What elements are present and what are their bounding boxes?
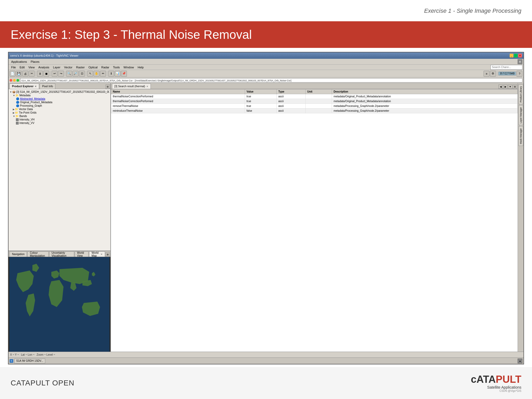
tree-original-label[interactable]: Original_Product_Metadata (20, 101, 52, 104)
minimize-button[interactable]: _ (510, 54, 513, 57)
tree-vector-label[interactable]: Vector Data (19, 108, 33, 111)
toolbar-btn-1[interactable]: 📄 (10, 71, 15, 77)
menu-raster[interactable]: Raster (74, 65, 86, 70)
tree-vector-expand[interactable]: ▶ (13, 108, 15, 111)
tree-bands: ▼ 📁 Bands (10, 114, 109, 118)
tree-intensity-vv-label[interactable]: Intensity_VV (19, 122, 34, 124)
search-options[interactable]: ⊞ (513, 85, 517, 89)
cell-desc-2: metadata/Original_Product_Metadata/annot… (332, 99, 517, 104)
menu-view[interactable]: View (27, 65, 36, 70)
menu-window[interactable]: Window (122, 65, 135, 70)
tree-metadata-expand[interactable]: ▼ (13, 94, 15, 97)
channel-search-input[interactable] (491, 65, 522, 70)
cell-value-2: true (245, 99, 276, 104)
menu-help[interactable]: Help (136, 65, 145, 70)
search-next[interactable]: ▶ (503, 85, 508, 89)
table-row[interactable]: thermalNoiseCorrectionPerformed true asc… (111, 99, 518, 104)
toolbar-zoom-out[interactable]: 🔎 (73, 71, 78, 77)
cell-type-2: ascii (277, 99, 306, 104)
toolbar-pin[interactable]: 📌 (121, 71, 127, 77)
file-menubar: File Edit View Analysis Layer Vector Ras… (9, 65, 523, 70)
tree-tiepoint-label[interactable]: Tie-Point Grids (19, 111, 36, 114)
tab-search-result[interactable]: [3] Search result (thermal) ✕ (112, 84, 151, 89)
toolbar-graph[interactable]: 📊 (115, 71, 120, 77)
tab-layer-manager[interactable]: Layer Manager (518, 105, 523, 125)
menu-layer[interactable]: Layer (51, 65, 62, 70)
tree-processing-label[interactable]: Processing_Graph (20, 104, 42, 107)
table-row[interactable]: reintroduceThermalNoise false ascii meta… (111, 109, 518, 113)
menu-optical[interactable]: Optical (87, 65, 99, 70)
tab-world-view[interactable]: World View (75, 251, 89, 257)
tree-intensity-vh-label[interactable]: Intensity_VH (19, 118, 35, 121)
max-light[interactable] (16, 79, 19, 82)
world-map-svg (9, 257, 110, 352)
tree-intensity-vv[interactable]: Intensity_VV (10, 121, 109, 125)
min-light[interactable] (13, 79, 16, 82)
toolbar-btn-8[interactable]: ↪ (58, 71, 64, 77)
menu-file[interactable]: File (10, 65, 18, 70)
tab-mask-manager[interactable]: Mask Manager (518, 126, 523, 146)
tab-product-explorer[interactable]: Product Explorer ✕ (10, 84, 39, 89)
cell-type-3: ascii (277, 104, 306, 109)
taskbar-item-1[interactable]: S1A IW GRDH 1SDV... (14, 359, 45, 363)
toolbar-pan[interactable]: ✋ (94, 71, 99, 77)
toolbar-btn-2[interactable]: 💾 (16, 71, 22, 77)
table-row[interactable]: removeThermalNoise true ascii metadata/P… (111, 104, 518, 109)
table-row[interactable]: thermalNoiseCorrectionPerformed true asc… (111, 94, 518, 99)
bottom-panel-options[interactable]: ⊞ (106, 252, 110, 257)
tab-product-library[interactable]: Product Library (518, 84, 523, 104)
tab-product-explorer-close[interactable]: ✕ (35, 85, 37, 88)
search-filter[interactable]: ▼ (508, 85, 512, 89)
tab-world-map[interactable]: World Map ✕ (89, 251, 105, 257)
toolbar-zoom-in[interactable]: 🔍 (66, 71, 72, 77)
toolbar-btn-6[interactable]: ⏹ (43, 71, 49, 77)
toolbar-layers[interactable]: ≡ (484, 71, 489, 77)
toolbar-btn-3[interactable]: 🖨 (22, 71, 28, 77)
tree-root-expand[interactable]: ▼ (10, 91, 12, 93)
menu-vector[interactable]: Vector (63, 65, 74, 70)
bottom-tab-bar: Navigation Colour Manipulation Uncertain… (9, 251, 110, 257)
taskbar-end-btn[interactable]: ▲ (518, 359, 522, 363)
tree-tiepoint: ▶ 📁 Tie-Point Grids (10, 111, 109, 114)
tab-world-map-close[interactable]: ✕ (101, 253, 103, 256)
toolbar-fit[interactable]: ⊡ (79, 71, 85, 77)
search-result-tabbar: [3] Search result (thermal) ✕ ◀ ▶ ▼ ⊞ (111, 83, 518, 89)
toolbar-btn-4[interactable]: ✂ (29, 71, 35, 77)
tab-uncertainty[interactable]: Uncertainty Visualisation (49, 251, 74, 257)
tree-bands-expand[interactable]: ▼ (13, 115, 15, 118)
tab-navigation[interactable]: Navigation (10, 251, 27, 257)
panel-options-button[interactable]: ⊞ (106, 85, 110, 89)
menu-analysis[interactable]: Analysis (37, 65, 51, 70)
menu-applications[interactable]: Applications (10, 59, 28, 64)
toolbar-btn-7[interactable]: ↩ (52, 71, 57, 77)
toolbar-btn-5[interactable]: ⏸ (37, 71, 43, 77)
screen-icon[interactable]: ⊞ (518, 59, 522, 64)
close-light[interactable] (10, 79, 12, 82)
search-prev[interactable]: ◀ (498, 85, 503, 89)
tree-processing-graph: 🔵 Processing_Graph (10, 104, 109, 107)
tree-bands-label[interactable]: Bands (19, 115, 27, 118)
toolbar-settings[interactable]: ⚙ (490, 71, 496, 77)
logo-subtitle: Satellite Applications (487, 385, 521, 389)
tree-abstracted-metadata[interactable]: 🔵 Abstracted_Metadata (10, 97, 109, 101)
maximize-button[interactable]: □ (514, 54, 518, 57)
tab-pixel-info-label: Pixel Info (42, 85, 53, 88)
toolbar-info[interactable]: ℹ (108, 71, 114, 77)
close-button[interactable]: ✕ (518, 54, 522, 57)
tab-colour[interactable]: Colour Manipulation (27, 251, 49, 257)
tree-tiepoint-expand[interactable]: ▶ (13, 111, 15, 114)
menu-edit[interactable]: Edit (18, 65, 26, 70)
tree-intensity-vh[interactable]: Intensity_VH (10, 118, 109, 121)
window-controls: _ □ ✕ (510, 54, 522, 57)
tab-pixel-info[interactable]: Pixel Info (40, 84, 55, 89)
menu-radar[interactable]: Radar (100, 65, 111, 70)
menu-places[interactable]: Places (29, 59, 41, 64)
window-traffic-lights (10, 79, 19, 82)
toolbar-help[interactable]: ? (517, 71, 522, 77)
search-result-close[interactable]: ✕ (146, 85, 148, 88)
tree-abstracted-label[interactable]: Abstracted_Metadata (20, 97, 45, 100)
toolbar-draw[interactable]: ✏ (100, 71, 106, 77)
toolbar-select[interactable]: ↖ (87, 71, 93, 77)
cell-desc-3: metadata/Processing_Graph/node.2/paramet… (332, 104, 517, 109)
menu-tools[interactable]: Tools (111, 65, 122, 70)
